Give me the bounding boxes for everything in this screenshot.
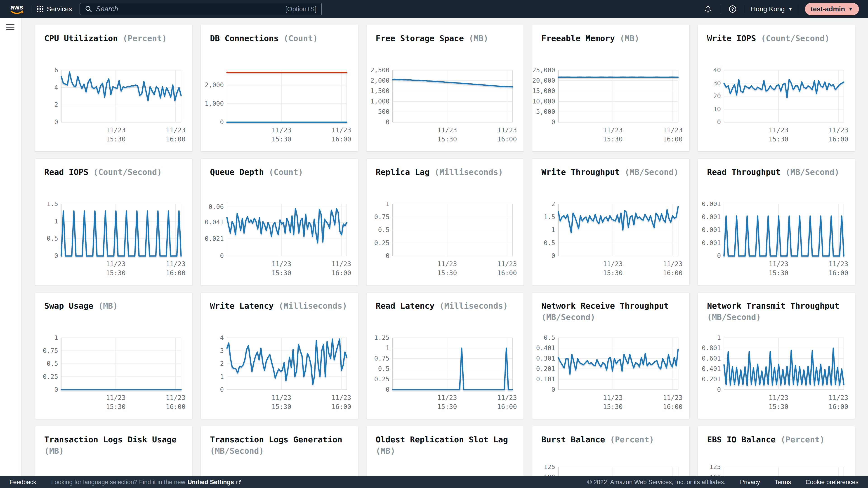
svg-text:0: 0	[551, 252, 555, 260]
cookie-preferences-link[interactable]: Cookie preferences	[806, 479, 859, 486]
chevron-down-icon: ▼	[788, 6, 793, 11]
svg-text:11/2315:30: 11/2315:30	[437, 260, 457, 277]
metric-chart[interactable]: 025507510012511/2315:3011/2316:00	[532, 465, 689, 476]
svg-text:11/2315:30: 11/2315:30	[769, 126, 788, 143]
metric-card-burst-balance: Burst Balance (Percent) 025507510012511/…	[532, 426, 689, 476]
svg-text:11/2315:30: 11/2315:30	[437, 126, 457, 143]
metric-chart[interactable]: 00.511.5211/2315:3011/2316:00	[532, 202, 689, 279]
metric-title: Oldest Replication Slot Lag (MB)	[376, 434, 515, 457]
svg-text:11/2316:00: 11/2316:00	[663, 394, 682, 411]
metric-chart[interactable]: 00.511.511/2315:3011/2316:00	[35, 202, 192, 279]
svg-text:11/2316:00: 11/2316:00	[663, 126, 682, 143]
help-button[interactable]: ?	[726, 3, 739, 15]
svg-text:0.601: 0.601	[702, 355, 721, 362]
svg-text:?: ?	[731, 6, 734, 11]
metric-card-transaction-logs-generation: Transaction Logs Generation (MB/Second)	[201, 426, 358, 476]
services-menu-button[interactable]: Services	[37, 5, 72, 13]
services-label: Services	[47, 5, 72, 13]
metric-chart[interactable]	[35, 469, 192, 476]
svg-text:11/2316:00: 11/2316:00	[166, 260, 185, 277]
metric-chart[interactable]: 00.2010.4010.6010.801111/2315:3011/2316:…	[698, 335, 855, 412]
svg-text:0: 0	[551, 386, 555, 393]
svg-text:11/2315:30: 11/2315:30	[106, 394, 125, 411]
svg-text:0.5: 0.5	[544, 335, 555, 341]
account-menu[interactable]: test-admin ▼	[805, 3, 859, 15]
svg-text:0.25: 0.25	[43, 373, 58, 381]
notifications-button[interactable]	[702, 3, 714, 15]
metric-chart[interactable]: 025507510012511/2315:3011/2316:00	[698, 465, 855, 476]
metric-card-freeable-memory: Freeable Memory (MB) 05,00010,00015,0002…	[532, 25, 689, 151]
metric-title: Read Throughput (MB/Second)	[707, 166, 846, 178]
metric-chart[interactable]: 00.0010.0010.0010.00111/2315:3011/2316:0…	[698, 202, 855, 279]
svg-text:1,000: 1,000	[370, 98, 390, 105]
svg-text:100: 100	[709, 474, 721, 476]
metric-card-write-throughput: Write Throughput (MB/Second) 00.511.5211…	[532, 159, 689, 285]
svg-text:0.401: 0.401	[702, 365, 721, 372]
top-navigation-bar: aws Services [Option+S]	[0, 0, 868, 18]
metric-chart[interactable]: 024611/2315:3011/2316:00	[35, 68, 192, 145]
metric-chart[interactable]: 00.250.50.75111/2315:3011/2316:00	[35, 335, 192, 412]
metric-card-network-receive-throughput: Network Receive Throughput (MB/Second) 0…	[532, 292, 689, 419]
svg-text:0: 0	[717, 252, 721, 260]
svg-text:0: 0	[717, 386, 721, 393]
metric-chart[interactable]	[367, 469, 524, 476]
unified-settings-link[interactable]: Unified Settings	[187, 479, 242, 486]
svg-text:0.75: 0.75	[374, 213, 390, 221]
metric-title: Queue Depth (Count)	[210, 166, 349, 178]
metric-chart[interactable]	[201, 469, 358, 476]
metric-title: Free Storage Space (MB)	[376, 33, 515, 44]
svg-text:11/2316:00: 11/2316:00	[331, 126, 351, 143]
svg-text:0.75: 0.75	[43, 347, 58, 355]
metric-chart[interactable]: 05,00010,00015,00020,00025,00011/2315:30…	[532, 68, 689, 145]
metric-chart[interactable]: 01,0002,00011/2315:3011/2316:00	[201, 68, 358, 145]
svg-text:2: 2	[54, 101, 58, 108]
aws-logo[interactable]: aws	[9, 3, 25, 15]
language-notice: Looking for language selection? Find it …	[51, 479, 242, 486]
global-search-box[interactable]: [Option+S]	[80, 3, 322, 15]
search-icon	[85, 5, 92, 13]
metric-title: Read IOPS (Count/Second)	[44, 166, 183, 178]
svg-text:1: 1	[551, 226, 555, 234]
hamburger-menu-button[interactable]	[6, 24, 15, 32]
svg-text:20,000: 20,000	[532, 77, 555, 84]
metric-chart[interactable]: 0123411/2315:3011/2316:00	[201, 335, 358, 412]
svg-text:10,000: 10,000	[532, 98, 555, 105]
metric-chart[interactable]: 05001,0001,5002,0002,50011/2315:3011/231…	[367, 68, 524, 145]
metric-card-ebs-io-balance: EBS IO Balance (Percent) 025507510012511…	[698, 426, 855, 476]
privacy-link[interactable]: Privacy	[740, 479, 760, 486]
svg-text:11/2316:00: 11/2316:00	[166, 394, 185, 411]
metric-chart[interactable]: 00.250.50.75111/2315:3011/2316:00	[367, 202, 524, 279]
svg-text:15,000: 15,000	[532, 87, 555, 95]
metric-chart[interactable]: 00.1010.2010.3010.4010.511/2315:3011/231…	[532, 335, 689, 412]
metric-chart[interactable]: 00.250.50.7511.2511/2315:3011/2316:00	[367, 335, 524, 412]
metric-chart[interactable]: 00.0210.0410.0611/2315:3011/2316:00	[201, 202, 358, 279]
svg-text:11/2315:30: 11/2315:30	[603, 126, 622, 143]
metric-title: Write IOPS (Count/Second)	[707, 33, 846, 44]
search-input[interactable]	[96, 5, 282, 13]
feedback-link[interactable]: Feedback	[9, 479, 36, 486]
metric-title: Burst Balance (Percent)	[541, 434, 680, 445]
svg-text:125: 125	[709, 465, 721, 470]
metric-chart[interactable]: 01020304011/2315:3011/2316:00	[698, 68, 855, 145]
svg-text:2: 2	[551, 202, 555, 207]
svg-text:11/2315:30: 11/2315:30	[272, 394, 291, 411]
metric-card-write-iops: Write IOPS (Count/Second) 01020304011/23…	[698, 25, 855, 151]
svg-text:0.5: 0.5	[544, 239, 555, 247]
svg-text:11/2315:30: 11/2315:30	[106, 126, 125, 143]
svg-text:0.041: 0.041	[205, 219, 224, 226]
metric-card-write-latency: Write Latency (Milliseconds) 0123411/231…	[201, 292, 358, 419]
svg-text:0.5: 0.5	[46, 235, 58, 242]
metric-title: DB Connections (Count)	[210, 33, 349, 44]
svg-text:0.001: 0.001	[702, 213, 721, 221]
terms-link[interactable]: Terms	[774, 479, 791, 486]
svg-text:1.5: 1.5	[46, 202, 58, 207]
metric-card-queue-depth: Queue Depth (Count) 00.0210.0410.0611/23…	[201, 159, 358, 285]
metric-title: Freeable Memory (MB)	[541, 33, 680, 44]
svg-text:0: 0	[220, 386, 224, 393]
metric-card-transaction-logs-disk-usage: Transaction Logs Disk Usage (MB)	[35, 426, 192, 476]
svg-text:0.101: 0.101	[536, 376, 555, 383]
svg-text:0.5: 0.5	[378, 365, 390, 372]
region-selector[interactable]: Hong Kong ▼	[751, 5, 793, 13]
svg-text:1: 1	[220, 373, 224, 381]
svg-text:100: 100	[544, 474, 555, 476]
